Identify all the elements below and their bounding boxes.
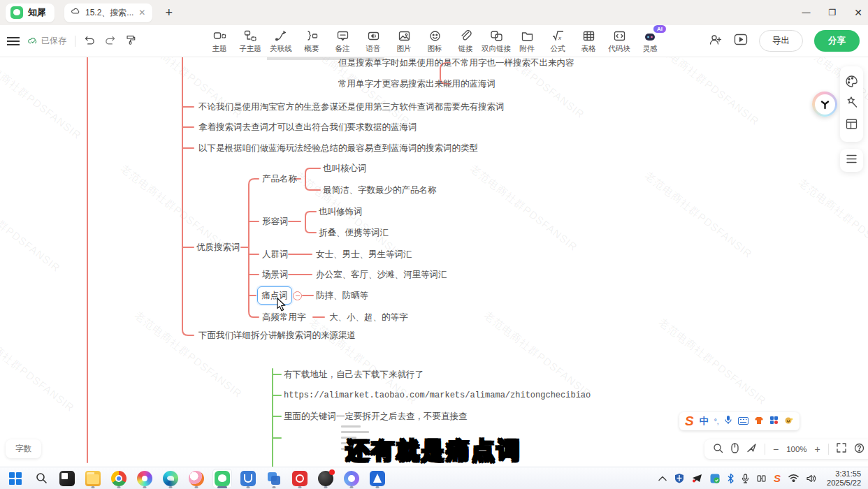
sogou-logo-icon[interactable]: S <box>685 414 694 429</box>
zoom-out-button[interactable]: − <box>773 444 779 455</box>
tool-voice[interactable]: 语音 <box>358 29 389 54</box>
taskbar-file-explorer[interactable] <box>83 469 103 488</box>
mindmap-node[interactable]: 有下载地址，自己去下载下来就行了 <box>284 369 424 380</box>
tool-subtopic[interactable]: 子主题 <box>235 29 266 54</box>
taskbar-search-icon[interactable] <box>31 469 51 488</box>
beautify-wand-icon[interactable] <box>845 96 858 112</box>
mindmap-node[interactable]: 场景词 <box>262 269 289 280</box>
ime-mic-icon[interactable] <box>724 415 732 428</box>
mindmap-node[interactable]: 产品名称 <box>262 173 297 184</box>
collaborate-icon[interactable] <box>709 34 723 49</box>
share-button[interactable]: 分享 <box>814 30 860 52</box>
tool-note[interactable]: 备注 <box>327 29 358 54</box>
window-minimize-button[interactable]: — <box>802 8 811 17</box>
mindmap-node[interactable]: 也叫核心词 <box>323 163 367 174</box>
video-tutorial-icon[interactable] <box>734 34 748 48</box>
tray-app-icon[interactable] <box>710 474 720 483</box>
outline-list-icon[interactable] <box>845 154 858 167</box>
export-button[interactable]: 导出 <box>759 30 803 52</box>
tool-link[interactable]: 链接 <box>450 29 481 54</box>
mindmap-node[interactable]: 但是搜索单字时如果使用的是不常用字也一样搜索不出来内容 <box>338 57 574 68</box>
document-tab[interactable]: 15.2、搜索... ✕ <box>64 3 152 22</box>
mindmap-node[interactable]: 防摔、防晒等 <box>316 290 368 301</box>
mindmap-node[interactable]: 拿着搜索词去查词才可以查出符合我们要求数据的蓝海词 <box>198 122 417 133</box>
layout-structure-icon[interactable] <box>845 117 858 133</box>
search-icon[interactable] <box>713 443 723 456</box>
mindmap-node[interactable]: 女士、男士、男生等词汇 <box>316 249 412 260</box>
taskbar-edge[interactable] <box>161 469 180 488</box>
taskbar-browser-swirl[interactable] <box>135 469 154 488</box>
taskbar-clock[interactable]: 3:31:55 2025/5/22 <box>827 469 861 488</box>
format-painter-icon[interactable] <box>124 34 136 48</box>
taskbar-chrome[interactable] <box>109 469 129 488</box>
tray-telegram-icon[interactable] <box>692 474 702 483</box>
mindmap-node-url[interactable]: https://alimarket.taobao.com/markets/ali… <box>284 390 591 401</box>
tray-wifi-icon[interactable] <box>788 474 799 482</box>
tool-code-block[interactable]: 代码块 <box>604 29 635 54</box>
window-restore-button[interactable]: ❐ <box>829 8 837 17</box>
tool-icon[interactable]: 图标 <box>419 29 450 54</box>
ime-punctuation-icon[interactable]: °, <box>714 418 719 425</box>
taskbar-app-squares[interactable] <box>264 469 284 488</box>
mindmap-canvas[interactable]: 老范电商社群PDSFANSIR 老范电商社群PDSFANSIR 老范电商社群PD… <box>0 57 868 467</box>
tool-inspiration-ai[interactable]: AI 灵感 <box>635 29 665 54</box>
ime-toolbox-icon[interactable] <box>769 415 779 428</box>
new-tab-button[interactable]: + <box>165 6 173 20</box>
mindmap-node[interactable]: 高频常用字 <box>262 312 306 323</box>
mindmap-node[interactable]: 最简洁、字数最少的产品名称 <box>323 184 437 196</box>
word-count-chip[interactable]: 字数 <box>6 439 41 458</box>
mindmap-node[interactable]: 也叫修饰词 <box>319 206 363 217</box>
mindmap-node[interactable]: 以下是根据咱们做蓝海玩法经验总结的最容易查到蓝海词的搜索词的类型 <box>198 143 478 154</box>
collapse-toggle[interactable] <box>293 291 302 300</box>
undo-icon[interactable] <box>84 34 96 48</box>
ai-assistant-fab[interactable] <box>812 92 837 117</box>
fullscreen-icon[interactable] <box>837 443 846 455</box>
taskbar-app-orange[interactable] <box>187 469 206 488</box>
mindmap-node[interactable]: 办公室、客厅、沙滩、河里等词汇 <box>316 269 447 280</box>
taskbar-app-red[interactable] <box>290 469 310 488</box>
ime-keyboard-icon[interactable] <box>738 415 748 428</box>
tool-bidirectional-link[interactable]: 双向链接 <box>481 29 512 54</box>
mindmap-node[interactable]: 优质搜索词 <box>196 242 240 253</box>
taskbar-app-blue-u[interactable] <box>238 469 258 488</box>
mindmap-node[interactable]: 下面我们详细拆分讲解搜索词的来源渠道 <box>198 330 356 341</box>
window-close-button[interactable]: ✕ <box>854 7 862 18</box>
redo-icon[interactable] <box>104 34 116 48</box>
zoom-in-button[interactable]: + <box>815 444 820 455</box>
tool-table[interactable]: 表格 <box>573 29 604 54</box>
tray-ime-indicator-icon[interactable] <box>757 474 766 483</box>
mindmap-node[interactable]: 折叠、便携等词汇 <box>319 227 389 238</box>
tray-chevron-icon[interactable] <box>658 476 667 481</box>
mindmap-node[interactable]: 常用单字才更容易搜索出来能用的蓝海词 <box>338 78 496 89</box>
tray-mic-icon[interactable] <box>742 474 749 483</box>
mindmap-node[interactable]: 不论我们是使用淘宝官方的生意参谋还是使用第三方软件查词都需要先有搜索词 <box>198 101 505 112</box>
mindmap-node[interactable]: 人群词 <box>262 249 289 260</box>
taskbar-app-dark-sphere[interactable] <box>316 469 335 488</box>
mindmap-node[interactable]: 里面的关键词一定要拆开之后去查，不要直接查 <box>284 411 468 422</box>
tray-shield-icon[interactable] <box>674 473 684 483</box>
drag-mode-icon[interactable] <box>746 443 757 455</box>
taskbar-app-dark[interactable] <box>57 469 77 488</box>
help-icon[interactable] <box>854 443 865 456</box>
start-button[interactable] <box>6 469 25 488</box>
menu-icon[interactable] <box>7 37 20 45</box>
mindmap-node[interactable]: 形容词 <box>262 216 289 227</box>
tool-image[interactable]: 图片 <box>389 29 419 54</box>
ime-mode-indicator[interactable]: 中 <box>700 415 709 428</box>
taskbar-app-ring[interactable] <box>342 469 361 488</box>
tool-attachment[interactable]: 附件 <box>512 29 542 54</box>
tool-relation-line[interactable]: 关联线 <box>266 29 296 54</box>
mouse-mode-icon[interactable] <box>731 443 739 456</box>
tray-sogou-icon[interactable]: S <box>774 472 781 484</box>
taskbar-zhixi-active[interactable] <box>212 469 232 488</box>
taskbar-app-blue-sail[interactable] <box>368 469 387 488</box>
theme-palette-icon[interactable] <box>845 75 858 91</box>
ime-skin-icon[interactable] <box>754 415 764 428</box>
ime-emoji-icon[interactable] <box>784 415 794 428</box>
tray-volume-icon[interactable] <box>806 474 816 483</box>
tray-bluetooth-icon[interactable] <box>728 474 734 483</box>
tab-close-icon[interactable]: ✕ <box>138 8 145 17</box>
tool-formula[interactable]: x 公式 <box>542 29 573 54</box>
tool-summary[interactable]: 概要 <box>296 29 327 54</box>
mindmap-node[interactable]: 大、小、超、的等字 <box>329 312 408 323</box>
